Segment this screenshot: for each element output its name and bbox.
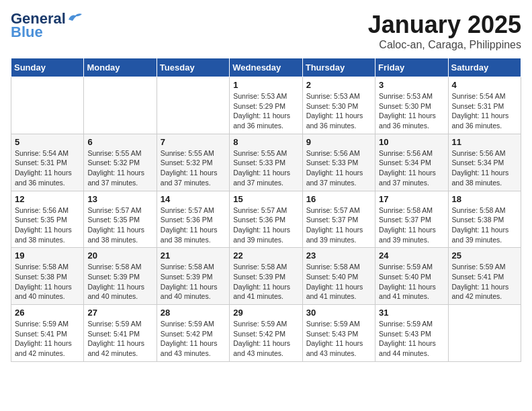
- day-number: 15: [233, 194, 298, 204]
- day-info: Sunrise: 5:59 AM Sunset: 5:43 PM Dayligh…: [306, 319, 371, 359]
- day-number: 2: [306, 80, 371, 90]
- calendar-cell: 31Sunrise: 5:59 AM Sunset: 5:43 PM Dayli…: [375, 305, 448, 362]
- calendar-cell: 3Sunrise: 5:53 AM Sunset: 5:30 PM Daylig…: [375, 77, 448, 134]
- day-info: Sunrise: 5:53 AM Sunset: 5:30 PM Dayligh…: [306, 91, 371, 131]
- day-info: Sunrise: 5:56 AM Sunset: 5:34 PM Dayligh…: [452, 148, 517, 188]
- calendar-cell: 27Sunrise: 5:59 AM Sunset: 5:41 PM Dayli…: [84, 305, 157, 362]
- col-sunday: Sunday: [11, 58, 84, 77]
- calendar-cell: 13Sunrise: 5:57 AM Sunset: 5:35 PM Dayli…: [84, 191, 157, 248]
- day-info: Sunrise: 5:58 AM Sunset: 5:38 PM Dayligh…: [452, 205, 517, 245]
- day-info: Sunrise: 5:58 AM Sunset: 5:40 PM Dayligh…: [306, 262, 371, 302]
- calendar-cell: 22Sunrise: 5:58 AM Sunset: 5:39 PM Dayli…: [230, 248, 302, 305]
- day-info: Sunrise: 5:58 AM Sunset: 5:39 PM Dayligh…: [233, 262, 298, 302]
- day-number: 22: [233, 250, 298, 261]
- day-info: Sunrise: 5:54 AM Sunset: 5:31 PM Dayligh…: [15, 148, 80, 188]
- day-number: 4: [452, 80, 517, 90]
- logo-blue: Blue: [11, 24, 43, 40]
- day-info: Sunrise: 5:57 AM Sunset: 5:36 PM Dayligh…: [161, 205, 226, 245]
- day-number: 30: [306, 308, 371, 318]
- day-info: Sunrise: 5:56 AM Sunset: 5:34 PM Dayligh…: [379, 148, 444, 188]
- calendar-cell: 23Sunrise: 5:58 AM Sunset: 5:40 PM Dayli…: [302, 248, 375, 305]
- day-info: Sunrise: 5:59 AM Sunset: 5:41 PM Dayligh…: [87, 319, 152, 359]
- calendar-cell: 29Sunrise: 5:59 AM Sunset: 5:42 PM Dayli…: [230, 305, 302, 362]
- day-number: 12: [15, 194, 80, 204]
- day-number: 23: [306, 250, 371, 261]
- calendar-cell: 4Sunrise: 5:54 AM Sunset: 5:31 PM Daylig…: [448, 77, 521, 134]
- calendar-cell: 28Sunrise: 5:59 AM Sunset: 5:42 PM Dayli…: [157, 305, 229, 362]
- day-number: 13: [87, 194, 152, 204]
- title-section: January 2025 Caloc-an, Caraga, Philippin…: [368, 11, 521, 51]
- day-info: Sunrise: 5:57 AM Sunset: 5:37 PM Dayligh…: [306, 205, 371, 245]
- calendar-cell: 19Sunrise: 5:58 AM Sunset: 5:38 PM Dayli…: [11, 248, 84, 305]
- calendar-cell: 6Sunrise: 5:55 AM Sunset: 5:32 PM Daylig…: [84, 134, 157, 191]
- day-number: 9: [306, 137, 371, 147]
- calendar-cell: 15Sunrise: 5:57 AM Sunset: 5:36 PM Dayli…: [230, 191, 302, 248]
- day-number: 3: [379, 80, 444, 90]
- calendar-subtitle: Caloc-an, Caraga, Philippines: [368, 39, 521, 51]
- day-number: 20: [87, 250, 152, 261]
- day-number: 18: [452, 194, 517, 204]
- logo-bird-icon: [67, 11, 82, 22]
- day-number: 17: [379, 194, 444, 204]
- day-number: 19: [15, 250, 80, 261]
- day-number: 25: [452, 250, 517, 261]
- calendar-table: Sunday Monday Tuesday Wednesday Thursday…: [11, 58, 521, 362]
- header-row: Sunday Monday Tuesday Wednesday Thursday…: [11, 58, 521, 77]
- calendar-cell: 12Sunrise: 5:56 AM Sunset: 5:35 PM Dayli…: [11, 191, 84, 248]
- day-number: 29: [233, 308, 298, 318]
- day-number: 5: [15, 137, 80, 147]
- day-info: Sunrise: 5:54 AM Sunset: 5:31 PM Dayligh…: [452, 91, 517, 131]
- day-number: 16: [306, 194, 371, 204]
- day-number: 24: [379, 250, 444, 261]
- calendar-week-4: 19Sunrise: 5:58 AM Sunset: 5:38 PM Dayli…: [11, 248, 521, 305]
- calendar-cell: 8Sunrise: 5:55 AM Sunset: 5:33 PM Daylig…: [230, 134, 302, 191]
- day-info: Sunrise: 5:56 AM Sunset: 5:33 PM Dayligh…: [306, 148, 371, 188]
- day-number: 6: [87, 137, 152, 147]
- calendar-cell: 20Sunrise: 5:58 AM Sunset: 5:39 PM Dayli…: [84, 248, 157, 305]
- day-number: 1: [233, 80, 298, 90]
- day-info: Sunrise: 5:53 AM Sunset: 5:29 PM Dayligh…: [233, 91, 298, 131]
- col-friday: Friday: [375, 58, 448, 77]
- day-info: Sunrise: 5:58 AM Sunset: 5:37 PM Dayligh…: [379, 205, 444, 245]
- day-info: Sunrise: 5:57 AM Sunset: 5:35 PM Dayligh…: [87, 205, 152, 245]
- calendar-cell: [157, 77, 229, 134]
- day-info: Sunrise: 5:59 AM Sunset: 5:43 PM Dayligh…: [379, 319, 444, 359]
- day-number: 7: [161, 137, 226, 147]
- calendar-cell: 25Sunrise: 5:59 AM Sunset: 5:41 PM Dayli…: [448, 248, 521, 305]
- calendar-title: January 2025: [368, 11, 521, 39]
- page-header: General Blue January 2025 Caloc-an, Cara…: [11, 11, 521, 51]
- day-number: 27: [87, 308, 152, 318]
- day-info: Sunrise: 5:55 AM Sunset: 5:33 PM Dayligh…: [233, 148, 298, 188]
- calendar-cell: 21Sunrise: 5:58 AM Sunset: 5:39 PM Dayli…: [157, 248, 229, 305]
- calendar-cell: 14Sunrise: 5:57 AM Sunset: 5:36 PM Dayli…: [157, 191, 229, 248]
- logo: General Blue: [11, 11, 82, 40]
- col-tuesday: Tuesday: [157, 58, 229, 77]
- calendar-cell: 24Sunrise: 5:59 AM Sunset: 5:40 PM Dayli…: [375, 248, 448, 305]
- day-number: 14: [161, 194, 226, 204]
- calendar-cell: 11Sunrise: 5:56 AM Sunset: 5:34 PM Dayli…: [448, 134, 521, 191]
- col-monday: Monday: [84, 58, 157, 77]
- calendar-cell: 1Sunrise: 5:53 AM Sunset: 5:29 PM Daylig…: [230, 77, 302, 134]
- day-info: Sunrise: 5:58 AM Sunset: 5:38 PM Dayligh…: [15, 262, 80, 302]
- calendar-week-3: 12Sunrise: 5:56 AM Sunset: 5:35 PM Dayli…: [11, 191, 521, 248]
- col-saturday: Saturday: [448, 58, 521, 77]
- day-info: Sunrise: 5:59 AM Sunset: 5:42 PM Dayligh…: [233, 319, 298, 359]
- calendar-cell: [448, 305, 521, 362]
- day-info: Sunrise: 5:57 AM Sunset: 5:36 PM Dayligh…: [233, 205, 298, 245]
- day-number: 11: [452, 137, 517, 147]
- day-number: 21: [161, 250, 226, 261]
- day-info: Sunrise: 5:59 AM Sunset: 5:40 PM Dayligh…: [379, 262, 444, 302]
- calendar-cell: 18Sunrise: 5:58 AM Sunset: 5:38 PM Dayli…: [448, 191, 521, 248]
- col-thursday: Thursday: [302, 58, 375, 77]
- col-wednesday: Wednesday: [230, 58, 302, 77]
- day-info: Sunrise: 5:56 AM Sunset: 5:35 PM Dayligh…: [15, 205, 80, 245]
- day-number: 26: [15, 308, 80, 318]
- day-number: 8: [233, 137, 298, 147]
- calendar-week-2: 5Sunrise: 5:54 AM Sunset: 5:31 PM Daylig…: [11, 134, 521, 191]
- calendar-cell: [11, 77, 84, 134]
- calendar-cell: 7Sunrise: 5:55 AM Sunset: 5:32 PM Daylig…: [157, 134, 229, 191]
- calendar-week-1: 1Sunrise: 5:53 AM Sunset: 5:29 PM Daylig…: [11, 77, 521, 134]
- calendar-cell: 26Sunrise: 5:59 AM Sunset: 5:41 PM Dayli…: [11, 305, 84, 362]
- calendar-cell: 10Sunrise: 5:56 AM Sunset: 5:34 PM Dayli…: [375, 134, 448, 191]
- day-info: Sunrise: 5:58 AM Sunset: 5:39 PM Dayligh…: [161, 262, 226, 302]
